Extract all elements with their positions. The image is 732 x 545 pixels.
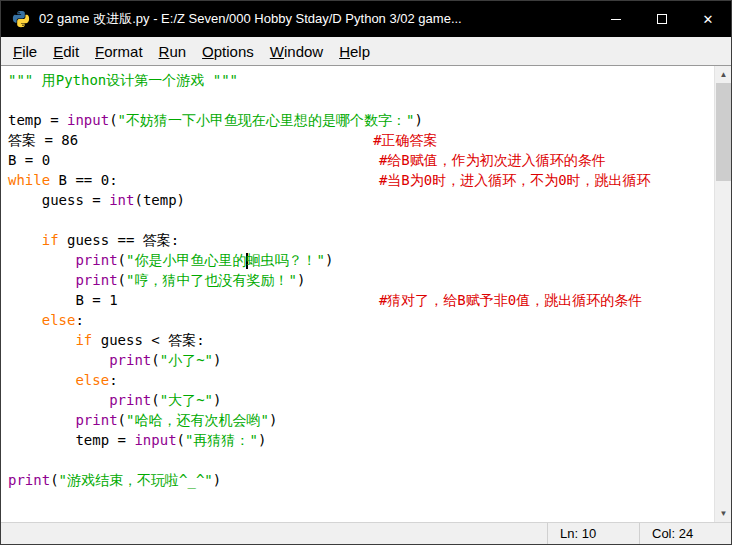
code-line: print("哈哈，还有次机会哟")	[8, 410, 714, 430]
code-token: "大了~"	[160, 392, 213, 408]
window-title: 02 game 改进版.py - E:/Z Seven/000 Hobby St…	[39, 10, 593, 28]
code-token: guess =	[8, 192, 109, 208]
vertical-scrollbar: ▲ ▼	[714, 66, 731, 522]
code-token: )	[213, 352, 221, 368]
code-token: else	[42, 312, 76, 328]
code-token	[78, 132, 373, 148]
menu-bar: FileEditFormatRunOptionsWindowHelp	[1, 37, 731, 65]
code-token	[8, 352, 109, 368]
code-line: while B == 0: #当B为0时，进入循环，不为0时，跳出循环	[8, 170, 714, 190]
code-line: """ 用Python设计第一个游戏 """	[8, 70, 714, 90]
menu-item-format[interactable]: Format	[87, 40, 151, 63]
close-icon: ✕	[703, 13, 714, 26]
close-button[interactable]: ✕	[685, 1, 731, 37]
code-token: #正确答案	[373, 132, 437, 148]
maximize-button[interactable]	[639, 1, 685, 37]
code-line: guess = int(temp)	[8, 190, 714, 210]
code-token	[8, 232, 42, 248]
scroll-up-arrow-icon[interactable]: ▲	[715, 66, 731, 83]
code-token: )	[213, 392, 221, 408]
code-token: "游戏结束，不玩啦^_^"	[59, 472, 213, 488]
code-token: (	[109, 112, 117, 128]
code-token: B = 0	[8, 152, 50, 168]
menu-item-label: W	[270, 43, 284, 60]
column-indicator: Col: 24	[639, 523, 731, 544]
code-line: print("哼，猜中了也没有奖励！")	[8, 270, 714, 290]
code-token: #给B赋值，作为初次进入循环的条件	[379, 152, 606, 168]
menu-item-window[interactable]: Window	[262, 40, 331, 63]
code-line: print("你是小甲鱼心里的蛔虫吗？！")	[8, 250, 714, 270]
menu-item-label: F	[95, 43, 104, 60]
title-bar: 02 game 改进版.py - E:/Z Seven/000 Hobby St…	[1, 1, 731, 37]
menu-item-run[interactable]: Run	[151, 40, 195, 63]
code-token: :	[109, 372, 117, 388]
code-token: guess < 答案:	[92, 332, 204, 348]
code-area[interactable]: """ 用Python设计第一个游戏 """ temp = input("不妨猜…	[1, 66, 714, 522]
code-token: (	[50, 472, 58, 488]
code-token	[8, 372, 75, 388]
code-token	[118, 292, 379, 308]
code-token: int	[109, 192, 134, 208]
menu-item-label: R	[159, 43, 170, 60]
code-line: temp = input("再猜猜：")	[8, 430, 714, 450]
code-token: (	[118, 252, 126, 268]
code-token: (	[151, 392, 159, 408]
code-token: if	[75, 332, 92, 348]
code-token	[8, 412, 75, 428]
code-token: "再猜猜："	[185, 432, 258, 448]
code-line: else:	[8, 370, 714, 390]
code-line: if guess == 答案:	[8, 230, 714, 250]
scroll-down-arrow-icon[interactable]: ▼	[715, 505, 731, 522]
code-token: "你是小甲鱼心里的	[126, 252, 246, 268]
code-token: )	[414, 112, 422, 128]
code-line	[8, 450, 714, 470]
menu-item-options[interactable]: Options	[194, 40, 262, 63]
menu-item-edit[interactable]: Edit	[45, 40, 87, 63]
python-logo-icon	[11, 9, 31, 29]
code-token	[8, 332, 75, 348]
menu-item-help[interactable]: Help	[331, 40, 378, 63]
code-token: (temp)	[134, 192, 185, 208]
minimize-icon	[611, 19, 621, 20]
code-token: temp =	[8, 112, 67, 128]
code-token: 蛔虫吗？！"	[246, 252, 324, 268]
code-line: B = 1 #猜对了，给B赋予非0值，跳出循环的条件	[8, 290, 714, 310]
code-token: (	[118, 412, 126, 428]
code-token: )	[325, 252, 333, 268]
code-token: if	[42, 232, 59, 248]
idle-editor-window: 02 game 改进版.py - E:/Z Seven/000 Hobby St…	[0, 0, 732, 545]
code-token: B = 1	[8, 292, 118, 308]
code-token: """ 用Python设计第一个游戏 """	[8, 72, 238, 88]
code-token: print	[109, 392, 151, 408]
code-token: )	[297, 272, 305, 288]
code-token: temp =	[8, 432, 134, 448]
code-line: 答案 = 86 #正确答案	[8, 130, 714, 150]
code-token: "哼，猜中了也没有奖励！"	[126, 272, 297, 288]
menu-item-label: H	[339, 43, 350, 60]
code-token: while	[8, 172, 50, 188]
code-token: else	[75, 372, 109, 388]
code-token: )	[269, 412, 277, 428]
code-token	[8, 272, 75, 288]
code-token: print	[109, 352, 151, 368]
code-token: "小了~"	[160, 352, 213, 368]
minimize-button[interactable]	[593, 1, 639, 37]
code-token: print	[8, 472, 50, 488]
code-token: guess == 答案:	[59, 232, 180, 248]
code-line: else:	[8, 310, 714, 330]
code-token: B == 0:	[50, 172, 117, 188]
line-indicator: Ln: 10	[547, 523, 639, 544]
menu-item-label: F	[13, 43, 22, 60]
scrollbar-thumb[interactable]	[716, 83, 731, 181]
status-bar: Ln: 10 Col: 24	[1, 522, 731, 544]
code-line: temp = input("不妨猜一下小甲鱼现在心里想的是哪个数字：")	[8, 110, 714, 130]
code-token	[8, 312, 42, 328]
code-token	[8, 252, 75, 268]
code-token: :	[75, 312, 83, 328]
code-token: print	[75, 252, 117, 268]
code-token: (	[177, 432, 185, 448]
code-token: "哈哈，还有次机会哟"	[126, 412, 269, 428]
window-controls: ✕	[593, 1, 731, 37]
code-token	[8, 392, 109, 408]
menu-item-file[interactable]: File	[5, 40, 45, 63]
